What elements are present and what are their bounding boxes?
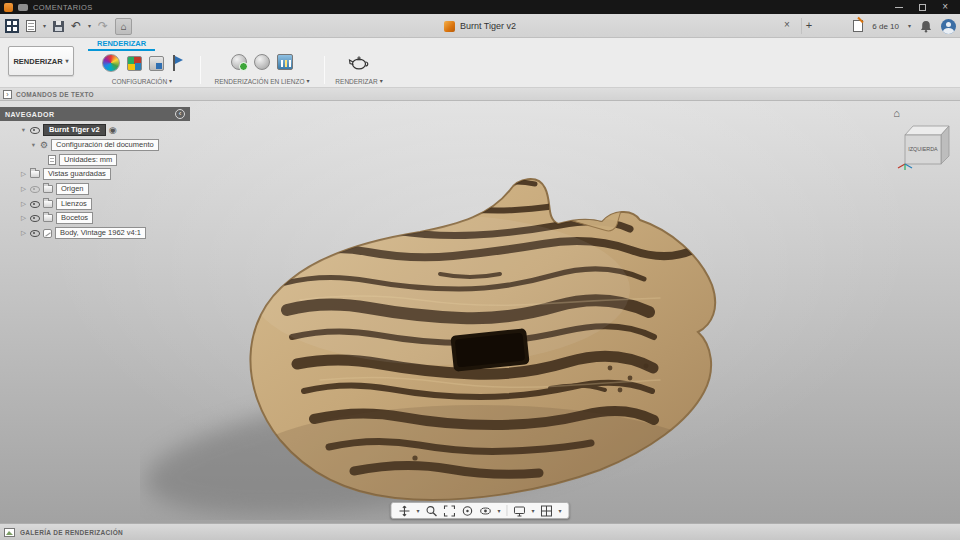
tree-row[interactable]: ▷ Body, Vintage 1962 v4:1: [20, 227, 146, 239]
chevron-down-icon: ▾: [66, 58, 69, 64]
chevron-down-icon[interactable]: ▾: [532, 508, 535, 514]
file-home-tab[interactable]: ⌂: [115, 18, 132, 35]
redo-button[interactable]: ↷: [98, 20, 108, 32]
visibility-eye-icon[interactable]: [30, 200, 40, 209]
disclosure-icon[interactable]: ▾: [20, 126, 27, 134]
zoom-icon[interactable]: [425, 505, 437, 517]
tree-item-label[interactable]: Body, Vintage 1962 v4:1: [55, 227, 146, 239]
display-settings-icon[interactable]: [514, 505, 526, 517]
application-toolbar: ▾ ↶ ▾ ↷ ⌂ Burnt Tiger v2 × + 6 de 10 ▾: [0, 14, 960, 38]
disclosure-icon[interactable]: ▾: [30, 141, 37, 149]
tree-row[interactable]: ▷ Origen: [20, 183, 89, 195]
group-dropdown-settings[interactable]: CONFIGURACIÓN ▾: [86, 78, 198, 85]
ribbon-group-icons: [86, 54, 198, 72]
folder-icon: [43, 214, 53, 222]
tree-row-root[interactable]: ▾ Burnt Tiger v2 ◉: [20, 124, 117, 136]
render-teapot-icon[interactable]: [347, 54, 371, 71]
visibility-eye-icon[interactable]: [30, 126, 40, 135]
ribbon-separator: [200, 56, 201, 84]
chevron-down-icon[interactable]: ▾: [559, 508, 562, 514]
in-canvas-render-icon[interactable]: [231, 54, 247, 70]
activate-radio-icon[interactable]: ◉: [109, 126, 117, 135]
text-commands-bar[interactable]: › COMANDOS DE TEXTO: [0, 88, 960, 101]
job-status-count[interactable]: 6 de 10: [872, 22, 899, 31]
visibility-eye-icon[interactable]: [30, 229, 40, 238]
new-tab-button[interactable]: +: [801, 18, 816, 34]
tree-root-label[interactable]: Burnt Tiger v2: [43, 124, 106, 136]
ribbon-group-in-canvas: RENDERIZACIÓN EN LIENZO ▾: [203, 51, 321, 88]
workspace-switcher-button[interactable]: RENDERIZAR ▾: [8, 46, 74, 76]
disclosure-icon[interactable]: ▷: [20, 185, 27, 193]
navigator-collapse-button[interactable]: ‹: [175, 109, 185, 119]
tree-row[interactable]: Unidades: mm: [48, 154, 117, 166]
visibility-eye-icon[interactable]: [30, 185, 40, 194]
visibility-eye-icon[interactable]: [30, 214, 40, 223]
minimize-button[interactable]: [895, 7, 903, 8]
disclosure-icon[interactable]: ▷: [20, 214, 27, 222]
viewcube-front-face[interactable]: IZQUIERDA: [908, 146, 938, 152]
tree-item-label[interactable]: Origen: [56, 183, 89, 195]
viewport-canvas[interactable]: NAVEGADOR ‹ ▾ Burnt Tiger v2 ◉ ▾ ⚙ Confi…: [0, 101, 960, 523]
chevron-down-icon[interactable]: ▾: [497, 508, 500, 514]
disclosure-icon[interactable]: ▷: [20, 200, 27, 208]
tree-row[interactable]: ▷ Bocetos: [20, 212, 93, 224]
render-gallery-bar[interactable]: GALERÍA DE RENDERIZACIÓN: [0, 523, 960, 540]
capture-image-icon[interactable]: [277, 54, 293, 70]
look-at-icon[interactable]: [479, 505, 491, 517]
document-tab[interactable]: Burnt Tiger v2: [444, 14, 516, 38]
fusion-window: COMENTARIOS × ▾ ↶ ▾ ↷ ⌂ Burnt Tiger v2 ×…: [0, 0, 960, 540]
chevron-down-icon[interactable]: ▾: [416, 508, 419, 514]
navigator-title: NAVEGADOR: [5, 111, 54, 118]
close-window-button[interactable]: ×: [942, 2, 948, 12]
user-avatar[interactable]: [941, 19, 956, 34]
tab-renderizar[interactable]: RENDERIZAR: [88, 38, 155, 51]
quick-access-toolbar: ▾ ↶ ▾ ↷ ⌂: [5, 14, 132, 38]
chevron-down-icon[interactable]: ▾: [43, 23, 46, 29]
tree-item-label[interactable]: Bocetos: [56, 212, 93, 224]
gallery-icon: [4, 528, 15, 537]
tree-row[interactable]: ▷ Lienzos: [20, 198, 92, 210]
text-commands-label: COMANDOS DE TEXTO: [16, 91, 94, 98]
job-status-icon[interactable]: [853, 20, 863, 32]
pan-icon[interactable]: [398, 505, 410, 517]
tree-item-label[interactable]: Configuración del documento: [51, 139, 159, 151]
appearance-icon[interactable]: [127, 56, 142, 71]
folder-icon: [30, 170, 40, 178]
in-canvas-render-settings-icon[interactable]: [254, 54, 270, 70]
viewcube[interactable]: IZQUIERDA: [896, 118, 952, 170]
chevron-down-icon[interactable]: ▾: [908, 23, 911, 29]
chevron-down-icon[interactable]: ▾: [88, 23, 91, 29]
disclosure-icon[interactable]: ▷: [20, 229, 27, 237]
group-dropdown-render[interactable]: RENDERIZAR ▾: [327, 78, 391, 85]
disclosure-icon[interactable]: ▷: [20, 170, 27, 178]
ribbon: RENDERIZAR ▾ RENDERIZAR CONFIGURACIÓN ▾: [0, 38, 960, 88]
file-menu-icon[interactable]: [26, 20, 36, 32]
window-controls: ×: [895, 2, 956, 12]
app-icon: [4, 3, 13, 12]
texture-map-controls-icon[interactable]: [149, 56, 164, 71]
fit-view-icon[interactable]: [443, 505, 455, 517]
notifications-bell-icon[interactable]: [920, 20, 932, 33]
viewports-icon[interactable]: [541, 505, 553, 517]
tree-item-label[interactable]: Vistas guardadas: [43, 168, 111, 180]
toolbar-right-group: 6 de 10 ▾: [853, 14, 956, 38]
data-panel-icon[interactable]: [5, 19, 19, 33]
tree-row[interactable]: ▷ Vistas guardadas: [20, 168, 111, 180]
comments-icon[interactable]: [18, 4, 28, 11]
tree-row[interactable]: ▾ ⚙ Configuración del documento: [30, 139, 159, 151]
maximize-button[interactable]: [919, 4, 926, 11]
ribbon-separator: [324, 56, 325, 84]
body-icon: [43, 229, 52, 238]
decal-icon[interactable]: [171, 55, 183, 71]
save-icon[interactable]: [53, 21, 64, 32]
group-label: RENDERIZACIÓN EN LIENZO: [215, 78, 305, 85]
orbit-icon[interactable]: [461, 505, 473, 517]
tree-item-label[interactable]: Unidades: mm: [59, 154, 117, 166]
group-dropdown-in-canvas[interactable]: RENDERIZACIÓN EN LIENZO ▾: [203, 78, 321, 85]
undo-button[interactable]: ↶: [71, 20, 81, 32]
guitar-body-model: [140, 140, 740, 520]
close-tab-button[interactable]: ×: [784, 20, 790, 30]
tree-item-label[interactable]: Lienzos: [56, 198, 92, 210]
scene-settings-icon[interactable]: [102, 54, 120, 72]
ribbon-group-render: RENDERIZAR ▾: [327, 51, 391, 88]
